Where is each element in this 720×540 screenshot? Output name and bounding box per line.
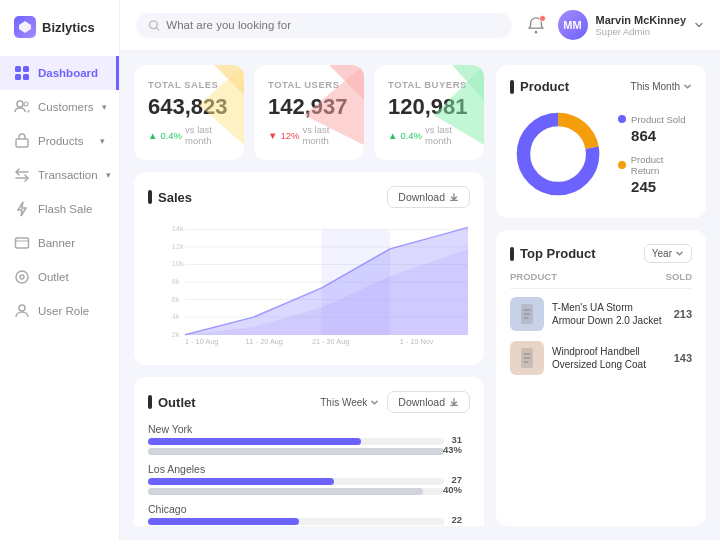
product-sold-value: 864: [631, 127, 692, 144]
svg-text:11 - 20 Aug: 11 - 20 Aug: [246, 337, 283, 346]
banner-icon: [14, 235, 30, 251]
top-product-title-bar: [510, 247, 514, 261]
content: TOTAL SALES 643,823 ▲0.4% vs last month …: [120, 51, 720, 540]
outlet-title-bar: [148, 395, 152, 409]
topbar: MM Marvin McKinney Super Admin: [120, 0, 720, 51]
logo-icon: [14, 16, 36, 38]
svg-rect-9: [16, 238, 29, 248]
bar-fill-2: [148, 448, 444, 455]
svg-text:1 - 10 Nov: 1 - 10 Nov: [400, 337, 434, 346]
product-card-header: Product This Month: [510, 79, 692, 94]
outlet-download-button[interactable]: Download: [387, 391, 470, 413]
product-row: Windproof Handbell Oversized Long Coat 1…: [510, 341, 692, 375]
product-thumbnail: [510, 297, 544, 331]
banner-label: Banner: [38, 237, 75, 249]
svg-text:21 - 30 Aug: 21 - 30 Aug: [312, 337, 349, 346]
svg-point-5: [17, 101, 23, 107]
svg-rect-2: [23, 66, 29, 72]
sidebar-item-dashboard[interactable]: Dashboard: [0, 56, 119, 90]
left-column: TOTAL SALES 643,823 ▲0.4% vs last month …: [134, 65, 484, 526]
sales-title-bar: [148, 190, 152, 204]
transaction-icon: [14, 167, 30, 183]
bar-track-1: 27: [148, 478, 444, 485]
svg-rect-7: [16, 139, 28, 147]
sidebar-item-transaction[interactable]: Transaction ▾: [0, 158, 119, 192]
transaction-chevron: ▾: [106, 170, 111, 180]
outlet-bar-row: Chicago 22 36%: [148, 503, 470, 526]
flash-sale-icon: [14, 201, 30, 217]
product-name: T-Men's UA Storm Armour Down 2.0 Jacket: [552, 301, 666, 327]
stat-cards: TOTAL SALES 643,823 ▲0.4% vs last month …: [134, 65, 484, 160]
svg-point-45: [537, 133, 579, 175]
product-name: Windproof Handbell Oversized Long Coat: [552, 345, 666, 371]
outlet-card: Outlet This Week Download: [134, 377, 484, 526]
bar-fill-1: [148, 518, 299, 525]
product-period-button[interactable]: This Month: [631, 81, 692, 92]
products-chevron: ▾: [100, 136, 105, 146]
product-period-chevron-icon: [683, 82, 692, 91]
outlet-card-header: Outlet This Week Download: [148, 391, 470, 413]
outlet-bar-row: Los Angeles 27 40%: [148, 463, 470, 495]
svg-marker-8: [18, 202, 26, 216]
svg-point-11: [20, 275, 24, 279]
sidebar-item-products[interactable]: Products ▾: [0, 124, 119, 158]
user-area: MM Marvin McKinney Super Admin: [522, 10, 704, 40]
svg-text:6k: 6k: [171, 295, 179, 304]
bar-fill-1: [148, 478, 334, 485]
sidebar-item-banner[interactable]: Banner: [0, 226, 119, 260]
product-card: Product This Month: [496, 65, 706, 218]
top-product-chevron-icon: [675, 249, 684, 258]
svg-point-10: [16, 271, 28, 283]
search-box[interactable]: [136, 13, 512, 38]
svg-point-12: [19, 305, 25, 311]
sidebar-item-flash-sale[interactable]: Flash Sale: [0, 192, 119, 226]
bar-track-2: 43%: [148, 448, 444, 455]
outlet-period-button[interactable]: This Week: [320, 397, 379, 408]
user-chevron-icon[interactable]: [694, 20, 704, 30]
bar-city-label: Chicago: [148, 503, 470, 515]
logo: Bizlytics: [0, 16, 119, 56]
svg-rect-3: [15, 74, 21, 80]
top-product-col-headers: PRODUCT SOLD: [510, 271, 692, 289]
sold-dot: [618, 115, 626, 123]
sales-card-header: Sales Download: [148, 186, 470, 208]
transaction-label: Transaction: [38, 169, 98, 181]
sales-download-button[interactable]: Download: [387, 186, 470, 208]
user-info: Marvin McKinney Super Admin: [596, 14, 686, 37]
main-area: MM Marvin McKinney Super Admin TOTAL SAL…: [120, 0, 720, 540]
sales-card: Sales Download 14k 12k 10k 8k 6k 4k 2k: [134, 172, 484, 365]
stat-card-total-buyers: TOTAL BUYERS 120,981 ▲0.4% vs last month: [374, 65, 484, 160]
outlet-bar-row: New York 31 43%: [148, 423, 470, 455]
bar-fill-1: [148, 438, 361, 445]
bar-city-label: New York: [148, 423, 470, 435]
notification-icon[interactable]: [522, 11, 550, 39]
sales-chart: 14k 12k 10k 8k 6k 4k 2k: [148, 218, 470, 348]
col-product-header: PRODUCT: [510, 271, 557, 282]
search-input[interactable]: [166, 19, 499, 31]
stat-card-total-users: TOTAL USERS 142,937 ▼12% vs last month: [254, 65, 364, 160]
product-title: Product: [510, 79, 569, 94]
bar-track-2: 40%: [148, 488, 444, 495]
product-return-legend: Product Return 245: [618, 154, 692, 195]
customers-label: Customers: [38, 101, 94, 113]
outlet-download-icon: [449, 397, 459, 407]
product-thumbnail: [510, 341, 544, 375]
notification-dot: [539, 15, 546, 22]
sidebar-item-user-role[interactable]: User Role: [0, 294, 119, 328]
products-label: Products: [38, 135, 83, 147]
sidebar: Bizlytics Dashboard Customers ▾ Products…: [0, 0, 120, 540]
svg-rect-4: [23, 74, 29, 80]
svg-text:8k: 8k: [171, 277, 179, 286]
sidebar-item-outlet[interactable]: Outlet: [0, 260, 119, 294]
top-product-period-button[interactable]: Year: [644, 244, 692, 263]
product-return-value: 245: [631, 178, 692, 195]
product-sold-count: 213: [674, 308, 692, 320]
svg-text:2k: 2k: [171, 330, 179, 339]
product-title-bar: [510, 80, 514, 94]
svg-point-6: [24, 102, 28, 106]
flash-sale-label: Flash Sale: [38, 203, 92, 215]
product-sold-legend: Product Sold 864: [618, 114, 692, 144]
sidebar-item-customers[interactable]: Customers ▾: [0, 90, 119, 124]
bar-track-1: 22: [148, 518, 444, 525]
customers-chevron: ▾: [102, 102, 107, 112]
